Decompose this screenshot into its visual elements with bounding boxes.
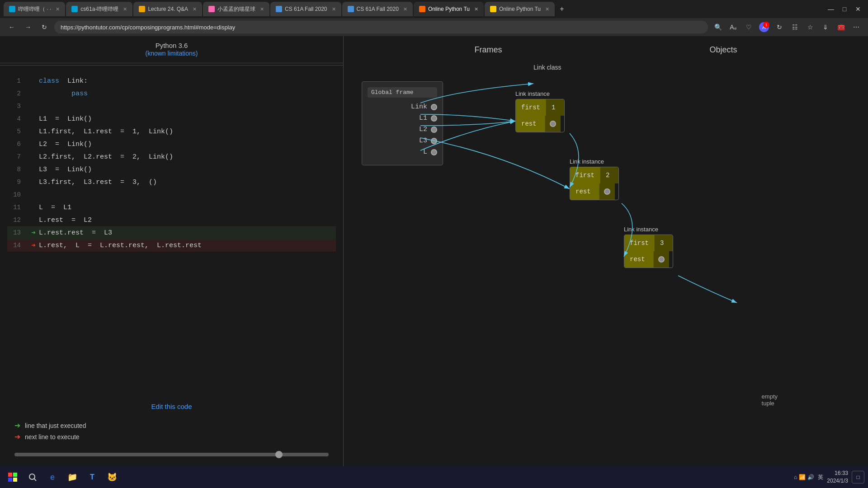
bookmark-icon[interactable]: ♡ <box>742 21 755 33</box>
profile-icon[interactable]: A 1 <box>758 21 770 33</box>
instance-box-3: first 3 rest <box>624 235 673 268</box>
code-line-3: 3 <box>7 100 336 113</box>
frame-dot-l2 <box>431 127 437 133</box>
line-content-9: L3.first, L3.rest = 3, () <box>39 178 157 186</box>
rest-dot-2 <box>604 188 610 195</box>
frames-title: Frames <box>474 45 502 55</box>
ime-label[interactable]: 英 <box>818 474 823 481</box>
green-arrow-icon: ➔ <box>31 228 36 237</box>
frame-dot-l3 <box>431 138 437 144</box>
tab-miao[interactable]: 小孟孟的喵星球 ✕ <box>203 2 269 16</box>
close-button[interactable]: ✕ <box>852 3 864 15</box>
tab-favicon <box>348 6 354 12</box>
instance-box-2: first 2 rest <box>570 167 619 200</box>
python-version-title: Python 3.6 <box>5 42 338 49</box>
line-number-4: 4 <box>7 115 21 122</box>
tab-bilibili1[interactable]: 哔哩哔哩（ · · ✕ <box>4 2 65 16</box>
back-button[interactable]: ← <box>5 21 18 33</box>
tab-pytutor2[interactable]: Online Python Tu ✕ <box>485 2 555 16</box>
known-limitations-close: ) <box>196 50 198 57</box>
code-line-4: 4 L1 = Link() <box>7 113 336 125</box>
windows-icon <box>8 473 17 482</box>
address-text: https://pythontutor.com/cp/composingprog… <box>61 24 235 31</box>
explorer-button[interactable]: 📁 <box>63 468 81 486</box>
settings-icon[interactable]: ⋯ <box>850 21 863 33</box>
edit-this-code-link[interactable]: Edit this code <box>0 397 343 416</box>
code-line-5: 5 L1.first, L1.rest = 1, Link() <box>7 125 336 138</box>
instance-key-rest-1: rest <box>516 116 545 132</box>
legend-item-green: ➔ line that just executed <box>14 421 329 430</box>
app-button[interactable]: 🐱 <box>103 468 121 486</box>
taskbar: e 📁 T 🐱 ⌂ 📶 🔊 英 16:33 2024/1/3 □ <box>0 466 868 488</box>
code-line-13: 13 ➔ L.rest.rest = L3 <box>7 226 336 239</box>
frame-row-l1: L1 <box>368 114 437 122</box>
tab-close-icon[interactable]: ✕ <box>403 6 407 12</box>
search-taskbar-button[interactable] <box>24 468 42 486</box>
browser-apps-icon[interactable]: ☷ <box>788 21 801 33</box>
tab-close-icon[interactable]: ✕ <box>56 6 60 12</box>
tab-close-icon[interactable]: ✕ <box>474 6 478 12</box>
instance-row-rest-3: rest <box>624 251 673 267</box>
line-content-2: pass <box>39 90 88 98</box>
new-tab-button[interactable]: + <box>556 3 568 15</box>
tab-favicon <box>208 6 215 12</box>
line-number-8: 8 <box>7 166 21 173</box>
code-line-1: 1 class Link: <box>7 75 336 87</box>
line-number-5: 5 <box>7 128 21 135</box>
frame-dot-l <box>431 149 437 155</box>
reload-button[interactable]: ↻ <box>38 21 51 33</box>
frame-row-l: L <box>368 148 437 156</box>
svg-rect-1 <box>8 473 12 477</box>
step-slider[interactable] <box>14 453 329 456</box>
forward-button[interactable]: → <box>22 21 34 33</box>
tab-close-icon[interactable]: ✕ <box>193 6 197 12</box>
notification-button[interactable]: □ <box>852 471 864 483</box>
tab-bilibili2[interactable]: cs61a-哔哩哔哩 ✕ <box>66 2 132 16</box>
tab-cs61a1[interactable]: CS 61A Fall 2020 ✕ <box>270 2 341 16</box>
tab-pytutor1[interactable]: Online Python Tu ✕ <box>414 2 484 16</box>
empty-tuple-label: emptytuple <box>762 393 778 407</box>
tab-favicon <box>276 6 282 12</box>
line-number-6: 6 <box>7 141 21 148</box>
legend-green-text: line that just executed <box>25 422 86 429</box>
tab-lecture[interactable]: Lecture 24. Q&A ✕ <box>133 2 202 16</box>
link-class-box: Link class <box>533 63 561 71</box>
download-icon[interactable]: ⇓ <box>819 21 832 33</box>
code-panel: Python 3.6 (known limitations) 1 class L… <box>0 36 344 488</box>
start-button[interactable] <box>4 468 22 486</box>
tab-favicon <box>9 6 15 12</box>
tab-close-icon[interactable]: ✕ <box>332 6 336 12</box>
maximize-button[interactable]: □ <box>838 3 851 15</box>
tab-close-icon[interactable]: ✕ <box>260 6 264 12</box>
typora-button[interactable]: T <box>83 468 101 486</box>
instance-key-rest-3: rest <box>624 251 654 267</box>
tab-label: cs61a-哔哩哔哩 <box>80 5 118 13</box>
tab-bar: 哔哩哔哩（ · · ✕ cs61a-哔哩哔哩 ✕ Lecture 24. Q&A… <box>0 0 868 18</box>
minimize-button[interactable]: — <box>825 3 837 15</box>
tab-close-icon[interactable]: ✕ <box>123 6 127 12</box>
known-limitations-text[interactable]: known limitations <box>147 50 196 57</box>
favorites-icon[interactable]: ☆ <box>804 21 816 33</box>
instance-row-rest-1: rest <box>516 116 564 132</box>
line-content-8: L3 = Link() <box>39 166 92 174</box>
tab-cs61a2[interactable]: CS 61A Fall 2020 ✕ <box>342 2 413 16</box>
speaker-icon: 🔊 <box>807 474 814 480</box>
search-icon[interactable]: 🔍 <box>712 21 724 33</box>
instance-label-1: Link instance <box>515 90 565 97</box>
line-content-13: L.rest.rest = L3 <box>39 229 112 237</box>
frame-dot-link <box>431 104 437 110</box>
instance-val-first-1: 1 <box>546 99 564 116</box>
refresh-icon[interactable]: ↻ <box>773 21 786 33</box>
clock-date: 2024/1/3 <box>827 477 848 485</box>
extensions-icon[interactable]: 🧰 <box>835 21 847 33</box>
tab-label: Online Python Tu <box>499 6 541 12</box>
tab-close-icon[interactable]: ✕ <box>545 6 549 12</box>
tab-label: CS 61A Fall 2020 <box>285 6 327 12</box>
instance-row-first-3: first 3 <box>624 235 673 251</box>
address-bar[interactable]: https://pythontutor.com/cp/composingprog… <box>54 21 708 33</box>
line-content-14: L.rest, L = L.rest.rest, L.rest.rest <box>39 242 202 249</box>
reader-icon[interactable]: Aₑ <box>727 21 740 33</box>
edge-button[interactable]: e <box>43 468 61 486</box>
instance-key-first-2: first <box>570 167 600 183</box>
code-line-10: 10 <box>7 188 336 201</box>
